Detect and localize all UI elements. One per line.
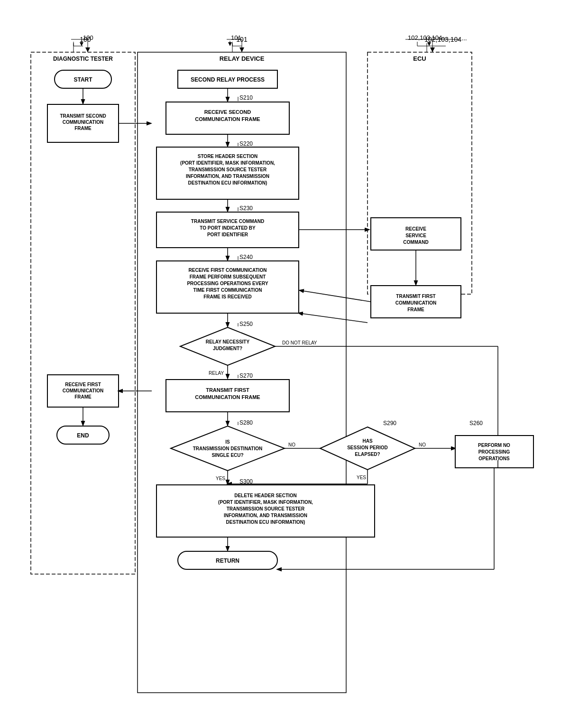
svg-text:COMMUNICATION FRAME: COMMUNICATION FRAME <box>195 116 260 122</box>
delete-header-label3: TRANSMISSION SOURCE TESTER <box>227 506 305 511</box>
s300-label: S300 <box>239 478 253 485</box>
svg-text:FRAME IS RECEIVED: FRAME IS RECEIVED <box>203 294 252 299</box>
s290-label: S290 <box>383 420 396 427</box>
svg-text:FRAME: FRAME <box>74 394 92 399</box>
session-period-label3: ELAPSED? <box>355 452 380 457</box>
svg-text:FRAME PERFORM SUBSEQUENT: FRAME PERFORM SUBSEQUENT <box>190 274 266 279</box>
session-period-label2: SESSION PERIOD <box>347 445 388 450</box>
session-period-label1: HAS <box>362 438 372 444</box>
delete-header-label5: DESTINATION ECU INFORMATION) <box>226 520 305 525</box>
store-header-label: STORE HEADER SECTION <box>198 154 258 159</box>
ref-num-102-104: 102,103,104··· <box>408 34 447 41</box>
receive-service-cmd-ecu-label1: RECEIVE <box>405 226 426 232</box>
s260-label: S260 <box>469 420 483 427</box>
svg-text:TIME FIRST COMMUNICATION: TIME FIRST COMMUNICATION <box>193 288 262 293</box>
ref-num-100: 100 <box>83 34 93 41</box>
no-processing-label3: OPERATIONS <box>478 456 510 461</box>
no-s290-label: NO <box>419 442 426 447</box>
col-diagnostic-tester: DIAGNOSTIC TESTER <box>53 56 113 62</box>
return-label: RETURN <box>216 557 239 564</box>
svg-text:FRAME: FRAME <box>74 126 92 131</box>
transmit-first-comm-ecu-label1: TRANSMIT FIRST <box>396 294 435 299</box>
svg-text:TRANSMISSION SOURCE TESTER: TRANSMISSION SOURCE TESTER <box>189 167 267 172</box>
no-processing-label1: PERFORM NO <box>478 443 510 448</box>
single-ecu-label3: SINGLE ECU? <box>211 453 243 458</box>
col-ecu: ECU <box>413 55 426 62</box>
relay-label: RELAY <box>209 371 224 376</box>
delete-header-label1: DELETE HEADER SECTION <box>234 493 297 498</box>
single-ecu-label1: IS <box>225 439 230 445</box>
svg-text:TO PORT INDICATED BY: TO PORT INDICATED BY <box>200 225 256 231</box>
svg-text:PORT IDENTIFIER: PORT IDENTIFIER <box>207 232 248 237</box>
relay-necessity-label1: RELAY NECESSITY <box>206 339 250 344</box>
transmit-second-comm-label: TRANSMIT SECOND <box>60 113 106 119</box>
s270-label: S270 <box>239 372 253 379</box>
transmit-service-cmd-label: TRANSMIT SERVICE COMMAND <box>191 219 264 224</box>
svg-text:COMMUNICATION: COMMUNICATION <box>63 120 103 125</box>
receive-second-comm-label: RECEIVE SECOND <box>204 109 251 115</box>
s250-label: S250 <box>239 321 253 327</box>
s280-label: S280 <box>239 419 253 426</box>
end-label: END <box>77 432 89 439</box>
receive-service-cmd-ecu-label2: SERVICE <box>405 233 426 238</box>
svg-text:PROCESSING OPERATIONS EVERY: PROCESSING OPERATIONS EVERY <box>187 281 268 286</box>
receive-service-cmd-ecu-label3: COMMAND <box>403 240 428 245</box>
s210-label: S210 <box>239 94 253 101</box>
transmit-first-comm-ecu-label3: FRAME <box>407 307 424 312</box>
relay-necessity-label2: JUDGMENT? <box>213 346 242 351</box>
s240-label: S240 <box>239 254 253 260</box>
svg-text:(PORT IDENTIFIER, MASK INFORMA: (PORT IDENTIFIER, MASK INFORMATION, <box>180 160 275 166</box>
second-relay-process-label: SECOND RELAY PROCESS <box>191 76 265 83</box>
s230-label: S230 <box>239 205 253 212</box>
yes-s280-label: YES <box>216 476 225 481</box>
ref-num-101: 101 <box>231 34 241 41</box>
no-s280-label: NO <box>288 442 295 447</box>
col-relay-device: RELAY DEVICE <box>220 55 265 62</box>
no-processing-label2: PROCESSING <box>478 449 510 455</box>
transmit-first-comm-relay-label: TRANSMIT FIRST <box>206 387 249 393</box>
delete-header-label4: INFORMATION, AND TRANSMISSION <box>224 513 307 518</box>
svg-text:DESTINATION ECU INFORMATION): DESTINATION ECU INFORMATION) <box>188 180 267 186</box>
diagram-container: 100 101 102,103,104··· DIAGNOSTIC TESTER… <box>0 0 588 724</box>
receive-first-comm-diag-label: RECEIVE FIRST <box>65 382 101 387</box>
yes-s290-label: YES <box>357 475 366 480</box>
s220-label: S220 <box>239 140 253 147</box>
do-not-relay-label: DO NOT RELAY <box>282 340 317 345</box>
receive-first-comm-relay-label: RECEIVE FIRST COMMUNICATION <box>189 268 267 273</box>
svg-text:INFORMATION, AND TRANSMISSION: INFORMATION, AND TRANSMISSION <box>186 174 269 179</box>
delete-header-label2: (PORT IDENTIFIER, MASK INFORMATION, <box>218 500 313 505</box>
svg-text:COMMUNICATION FRAME: COMMUNICATION FRAME <box>195 394 260 400</box>
svg-text:COMMUNICATION: COMMUNICATION <box>63 388 103 393</box>
transmit-first-comm-ecu-label2: COMMUNICATION <box>395 300 436 306</box>
start-label: START <box>74 76 92 83</box>
single-ecu-label2: TRANSMISSION DESTINATION <box>193 446 262 451</box>
